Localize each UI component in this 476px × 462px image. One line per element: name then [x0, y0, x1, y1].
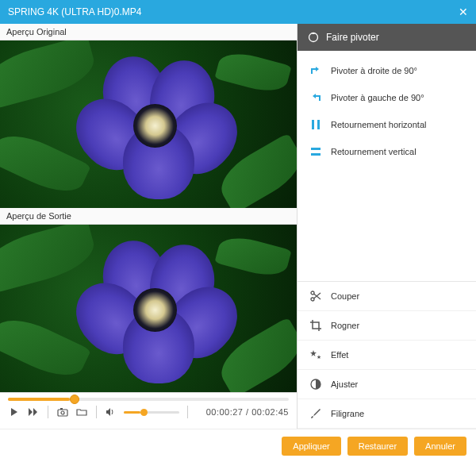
- main-area: Aperçu Original Aperçu de Sortie: [0, 24, 476, 429]
- crop-icon: [309, 318, 323, 333]
- sidebar: Faire pivoter Pivoter à droite de 90° Pi…: [298, 24, 476, 429]
- apply-button[interactable]: Appliquer: [282, 437, 340, 456]
- rotate-header[interactable]: Faire pivoter: [298, 24, 476, 51]
- cut-tool[interactable]: Couper: [298, 282, 476, 311]
- output-preview-label: Aperçu de Sortie: [0, 208, 297, 225]
- divider: [187, 406, 188, 418]
- rotate-right-option[interactable]: Pivoter à droite de 90°: [298, 57, 476, 84]
- svg-point-1: [61, 411, 64, 414]
- flip-horizontal-icon: [309, 117, 323, 132]
- svg-rect-5: [317, 120, 320, 129]
- close-icon[interactable]: ✕: [459, 6, 468, 18]
- watermark-tool[interactable]: Filigrane: [298, 399, 476, 429]
- crop-tool[interactable]: Rogner: [298, 311, 476, 341]
- divider: [96, 406, 97, 418]
- original-preview: [0, 40, 297, 208]
- effect-tool[interactable]: Effet: [298, 341, 476, 370]
- sidebar-spacer: [298, 171, 476, 281]
- footer: Appliquer Restaurer Annuler: [0, 429, 476, 462]
- preview-column: Aperçu Original Aperçu de Sortie: [0, 24, 298, 429]
- rotate-options: Pivoter à droite de 90° Pivoter à gauche…: [298, 51, 476, 171]
- volume-icon[interactable]: [105, 406, 117, 418]
- rotate-left-option[interactable]: Pivoter à gauche de 90°: [298, 84, 476, 111]
- total-time: 00:02:45: [251, 407, 289, 417]
- output-preview: [0, 225, 297, 392]
- tool-list: Couper Rogner Effet Ajuster: [298, 281, 476, 429]
- cancel-button[interactable]: Annuler: [414, 437, 466, 456]
- snapshot-icon[interactable]: [56, 406, 69, 418]
- progress-slider[interactable]: [8, 398, 289, 401]
- current-time: 00:00:27: [206, 407, 244, 417]
- fast-forward-icon[interactable]: [27, 406, 40, 418]
- svg-rect-6: [311, 148, 321, 150]
- titlebar: SPRING 4K (ULTRA HD)0.MP4 ✕: [0, 0, 476, 24]
- playback-controls: 00:00:27 / 00:02:45: [0, 392, 297, 429]
- svg-rect-0: [58, 410, 67, 416]
- play-icon[interactable]: [8, 406, 21, 418]
- volume-slider[interactable]: [124, 411, 179, 414]
- flip-horizontal-option[interactable]: Retournement horizontal: [298, 111, 476, 138]
- restore-button[interactable]: Restaurer: [347, 437, 408, 456]
- original-preview-label: Aperçu Original: [0, 24, 297, 40]
- stars-icon: [309, 348, 323, 362]
- rotate-icon: [307, 31, 320, 44]
- rotate-left-icon: [309, 90, 323, 105]
- flip-vertical-icon: [309, 144, 323, 159]
- file-title: SPRING 4K (ULTRA HD)0.MP4: [8, 6, 141, 17]
- time-display: 00:00:27 / 00:02:45: [206, 407, 289, 417]
- folder-icon[interactable]: [75, 406, 88, 418]
- divider: [48, 406, 48, 418]
- rotate-title: Faire pivoter: [326, 32, 379, 43]
- svg-rect-4: [312, 120, 314, 129]
- svg-rect-7: [311, 153, 321, 156]
- svg-rect-2: [60, 408, 63, 410]
- scissors-icon: [309, 289, 323, 303]
- adjust-icon: [309, 377, 323, 391]
- svg-point-3: [309, 33, 318, 42]
- adjust-tool[interactable]: Ajuster: [298, 370, 476, 399]
- rotate-right-icon: [309, 64, 323, 78]
- brush-icon: [309, 406, 323, 421]
- flip-vertical-option[interactable]: Retournement vertical: [298, 138, 476, 165]
